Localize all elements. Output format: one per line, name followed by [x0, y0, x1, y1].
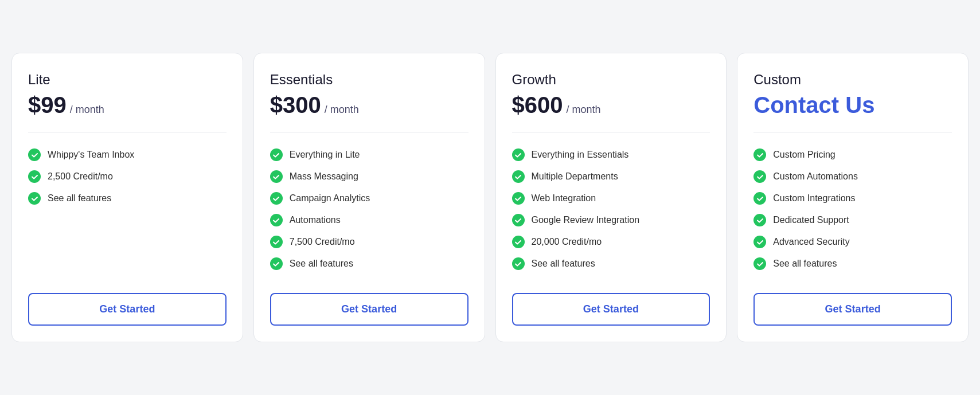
- check-icon: [28, 192, 41, 205]
- plan-contact-us-custom: Contact Us: [753, 92, 952, 118]
- check-icon: [753, 236, 766, 248]
- feature-text: 2,500 Credit/mo: [48, 171, 113, 182]
- check-icon: [753, 148, 766, 161]
- features-list-essentials: Everything in LiteMass MessagingCampaign…: [270, 144, 468, 275]
- pricing-grid: Lite$99/ monthWhippy's Team Inbox2,500 C…: [11, 53, 969, 342]
- check-icon: [512, 170, 525, 183]
- plan-name-growth: Growth: [512, 72, 710, 88]
- list-item: Advanced Security: [753, 231, 952, 253]
- get-started-button-growth[interactable]: Get Started: [512, 293, 710, 326]
- check-icon: [753, 214, 766, 226]
- plan-price-row-growth: $600/ month: [512, 92, 710, 118]
- features-list-custom: Custom PricingCustom AutomationsCustom I…: [753, 144, 952, 275]
- feature-text: Google Review Integration: [532, 215, 640, 225]
- list-item: Google Review Integration: [512, 209, 710, 231]
- list-item: Campaign Analytics: [270, 187, 468, 209]
- feature-text: 7,500 Credit/mo: [290, 237, 355, 247]
- plan-price-amount-essentials: $300: [270, 92, 321, 118]
- plan-divider-custom: [753, 132, 952, 132]
- plan-card-custom: CustomContact UsCustom PricingCustom Aut…: [737, 53, 969, 342]
- list-item: Mass Messaging: [270, 166, 468, 187]
- list-item: 2,500 Credit/mo: [28, 166, 227, 187]
- check-icon: [28, 148, 41, 161]
- feature-text: Multiple Departments: [532, 171, 618, 182]
- plan-name-essentials: Essentials: [270, 72, 468, 88]
- check-icon: [512, 192, 525, 205]
- plan-price-row-lite: $99/ month: [28, 92, 227, 118]
- feature-text: Custom Pricing: [773, 150, 835, 160]
- feature-text: 20,000 Credit/mo: [532, 237, 602, 247]
- list-item: See all features: [512, 253, 710, 275]
- check-icon: [270, 170, 283, 183]
- plan-price-period-lite: / month: [70, 104, 104, 116]
- feature-text: See all features: [532, 259, 595, 269]
- list-item: See all features: [28, 187, 227, 209]
- feature-text: See all features: [48, 193, 111, 204]
- check-icon: [270, 257, 283, 270]
- feature-text: Everything in Essentials: [532, 150, 629, 160]
- plan-name-custom: Custom: [753, 72, 952, 88]
- get-started-button-custom[interactable]: Get Started: [753, 293, 952, 326]
- check-icon: [512, 148, 525, 161]
- check-icon: [270, 214, 283, 226]
- check-icon: [512, 236, 525, 248]
- feature-text: See all features: [773, 259, 837, 269]
- get-started-button-essentials[interactable]: Get Started: [270, 293, 468, 326]
- feature-text: Whippy's Team Inbox: [48, 150, 134, 160]
- features-list-growth: Everything in EssentialsMultiple Departm…: [512, 144, 710, 275]
- plan-price-amount-growth: $600: [512, 92, 563, 118]
- plan-price-period-growth: / month: [566, 104, 600, 116]
- feature-text: Campaign Analytics: [290, 193, 370, 204]
- feature-text: Web Integration: [532, 193, 596, 204]
- list-item: Automations: [270, 209, 468, 231]
- list-item: Custom Pricing: [753, 144, 952, 166]
- feature-text: See all features: [290, 259, 353, 269]
- check-icon: [753, 170, 766, 183]
- feature-text: Everything in Lite: [290, 150, 360, 160]
- check-icon: [270, 192, 283, 205]
- plan-card-essentials: Essentials$300/ monthEverything in LiteM…: [253, 53, 485, 342]
- list-item: 7,500 Credit/mo: [270, 231, 468, 253]
- list-item: Custom Integrations: [753, 187, 952, 209]
- feature-text: Mass Messaging: [290, 171, 358, 182]
- feature-text: Advanced Security: [773, 237, 849, 247]
- check-icon: [512, 257, 525, 270]
- list-item: Whippy's Team Inbox: [28, 144, 227, 166]
- feature-text: Custom Integrations: [773, 193, 855, 204]
- list-item: Dedicated Support: [753, 209, 952, 231]
- list-item: Web Integration: [512, 187, 710, 209]
- plan-name-lite: Lite: [28, 72, 227, 88]
- features-list-lite: Whippy's Team Inbox2,500 Credit/moSee al…: [28, 144, 227, 275]
- plan-divider-lite: [28, 132, 227, 132]
- list-item: 20,000 Credit/mo: [512, 231, 710, 253]
- list-item: See all features: [270, 253, 468, 275]
- check-icon: [28, 170, 41, 183]
- list-item: See all features: [753, 253, 952, 275]
- check-icon: [270, 148, 283, 161]
- list-item: Everything in Lite: [270, 144, 468, 166]
- check-icon: [753, 192, 766, 205]
- feature-text: Custom Automations: [773, 171, 858, 182]
- plan-price-period-essentials: / month: [325, 104, 359, 116]
- check-icon: [512, 214, 525, 226]
- check-icon: [270, 236, 283, 248]
- plan-divider-essentials: [270, 132, 468, 132]
- plan-price-amount-lite: $99: [28, 92, 67, 118]
- check-icon: [753, 257, 766, 270]
- feature-text: Automations: [290, 215, 341, 225]
- feature-text: Dedicated Support: [773, 215, 849, 225]
- list-item: Multiple Departments: [512, 166, 710, 187]
- get-started-button-lite[interactable]: Get Started: [28, 293, 227, 326]
- plan-card-lite: Lite$99/ monthWhippy's Team Inbox2,500 C…: [11, 53, 243, 342]
- plan-divider-growth: [512, 132, 710, 132]
- plan-card-growth: Growth$600/ monthEverything in Essential…: [495, 53, 727, 342]
- plan-price-row-essentials: $300/ month: [270, 92, 468, 118]
- list-item: Custom Automations: [753, 166, 952, 187]
- list-item: Everything in Essentials: [512, 144, 710, 166]
